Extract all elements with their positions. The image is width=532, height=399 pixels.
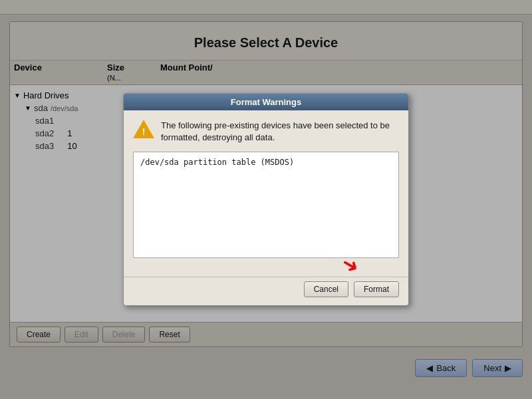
modal-body: ! The following pre-existing devices hav…: [124, 110, 408, 277]
format-warnings-modal: Format Warnings ! The following pre-exis…: [123, 93, 409, 306]
modal-overlay: Format Warnings ! The following pre-exis…: [0, 0, 532, 399]
modal-warning-text: The following pre-existing devices have …: [161, 120, 399, 144]
warning-icon: !: [133, 120, 154, 141]
modal-data-row: /dev/sda partition table (MSDOS): [140, 158, 294, 167]
format-button[interactable]: Format: [354, 281, 399, 297]
modal-data-box: /dev/sda partition table (MSDOS): [133, 152, 399, 258]
modal-titlebar: Format Warnings: [124, 94, 408, 110]
modal-title: Format Warnings: [231, 97, 301, 107]
modal-warning-row: ! The following pre-existing devices hav…: [133, 120, 399, 144]
warning-exclaim: !: [142, 126, 146, 137]
modal-footer: ➜ Cancel Format: [124, 277, 408, 305]
warning-triangle: !: [133, 120, 154, 138]
cancel-button[interactable]: Cancel: [304, 281, 348, 297]
